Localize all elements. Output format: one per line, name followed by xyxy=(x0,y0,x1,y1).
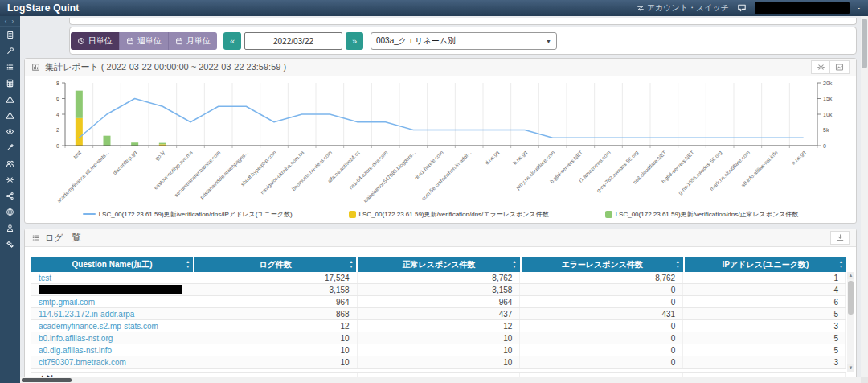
legend-item-1[interactable]: LSC_00(172.23.61.59)更新/verification/dns/… xyxy=(83,210,293,219)
sidebar-item-users-9[interactable] xyxy=(0,155,20,171)
month-unit-button[interactable]: 月単位 xyxy=(168,32,217,50)
column-header-label: ログ件数 xyxy=(260,259,292,270)
svg-text:d.ns.gq: d.ns.gq xyxy=(484,149,501,166)
cell-ip-count: 5 xyxy=(683,308,846,319)
column-header-3[interactable]: 正常レスポンス件数▴▾ xyxy=(356,257,519,272)
chart-icon xyxy=(31,63,40,72)
cell-ip-count: 3 xyxy=(683,320,846,332)
download-csv-button[interactable] xyxy=(830,231,850,245)
calendar-month-icon xyxy=(175,37,183,45)
question-name-link[interactable]: smtp.gmail.com xyxy=(39,298,95,307)
eye-icon xyxy=(6,127,14,136)
column-header-4[interactable]: エラーレスポンス件数▴▾ xyxy=(520,257,683,272)
date-input[interactable]: 2022/03/22 xyxy=(244,32,342,50)
cell-ok-count: 10 xyxy=(358,344,521,356)
cell-err-count: 431 xyxy=(520,308,683,319)
day-unit-button[interactable]: 日単位 xyxy=(71,32,119,50)
legend-item-3[interactable]: LSC_00(172.23.61.59)更新/verification/dns/… xyxy=(605,210,799,219)
sidebar-item-screwdriver-8[interactable] xyxy=(0,139,20,155)
legend-item-2[interactable]: LSC_00(172.23.61.59)更新/verification/dns/… xyxy=(349,210,549,219)
calculator-icon xyxy=(6,79,14,88)
table-row-2: 3,1583,15804 xyxy=(31,284,846,296)
question-name-link[interactable]: test xyxy=(39,274,51,282)
cell-ok-count: 10 xyxy=(358,356,521,368)
sidebar-item-calculator-4[interactable] xyxy=(0,75,20,91)
unit-button-group: 日単位 週単位 月単位 xyxy=(71,32,217,50)
svg-text:6: 6 xyxy=(56,96,59,101)
svg-text:isabelsimon547985.bloggers...: isabelsimon547985.bloggers... xyxy=(362,150,417,204)
cell-ip-count: 4 xyxy=(683,284,846,295)
week-unit-label: 週単位 xyxy=(137,35,162,47)
column-header-label: エラーレスポンス件数 xyxy=(561,259,643,270)
report-select[interactable]: 003a_クエリネーム別 ▼ xyxy=(371,32,557,50)
log-table-header-row: Question Name(加工)▴▾ログ件数▴▾正常レスポンス件数▴▾エラーレ… xyxy=(31,257,846,272)
page-horizontal-scrollbar xyxy=(20,377,861,383)
sidebar-item-user-13[interactable] xyxy=(0,220,20,236)
table-scroll-down-arrow[interactable]: ▼ xyxy=(847,364,854,372)
legend-square-marker xyxy=(349,211,356,218)
svg-text:go.ly: go.ly xyxy=(154,149,166,162)
table-scroll-up-arrow[interactable]: ▲ xyxy=(847,272,854,279)
column-header-label: Question Name(加工) xyxy=(72,259,153,270)
table-row-8: cit750307.bmetrack.com101003 xyxy=(31,356,846,369)
sidebar-item-list-3[interactable] xyxy=(0,59,20,75)
table-row-1: test17,5248,7628,7621 xyxy=(31,272,846,284)
chart-export-button[interactable] xyxy=(830,60,850,74)
cell-ok-count: 3,158 xyxy=(358,284,521,295)
sidebar-item-alert-triangle-5[interactable] xyxy=(0,91,20,107)
sidebar-item-cogs-14[interactable] xyxy=(0,236,20,252)
sort-icon: ▴▾ xyxy=(186,259,189,269)
question-name-link[interactable]: academyfinance.s2.mp-stats.com xyxy=(39,322,158,331)
cell-question-name: 114.61.23.172.in-addr.arpa xyxy=(31,308,194,319)
sidebar-collapse-toggle[interactable]: ‹ › xyxy=(0,16,20,27)
app-title: LogStare Quint xyxy=(0,2,79,14)
week-unit-button[interactable]: 週単位 xyxy=(119,32,168,50)
sidebar-item-globe-12[interactable] xyxy=(0,204,20,220)
page-hscrollbar-thumb[interactable] xyxy=(22,378,72,382)
sidebar-item-alert-triangle-6[interactable] xyxy=(0,107,20,123)
column-header-5[interactable]: IPアドレス(ユニーク数)▴▾ xyxy=(683,257,846,272)
sidebar-item-wrench-2[interactable] xyxy=(0,43,20,59)
sidebar-item-nodes-11[interactable] xyxy=(0,187,20,204)
table-scrollbar-thumb[interactable] xyxy=(848,281,854,315)
svg-text:0: 0 xyxy=(823,143,826,149)
account-switch-button[interactable]: アカウント・スイッチ xyxy=(637,2,729,14)
wrench-icon xyxy=(6,47,14,56)
user-icon xyxy=(6,224,14,233)
next-date-button[interactable]: » xyxy=(346,32,363,50)
legend-label: LSC_00(172.23.61.59)更新/verification/dns/… xyxy=(359,210,549,219)
cell-question-name: a0.dig.afilias-nst.info xyxy=(31,344,194,356)
cogs-icon xyxy=(6,240,14,249)
topbar-right: アカウント・スイッチ - xyxy=(637,2,868,14)
sort-icon: ▴▾ xyxy=(677,259,679,269)
sidebar-item-eye-7[interactable] xyxy=(0,123,20,139)
legend-line-marker xyxy=(83,213,96,215)
image-export-icon xyxy=(835,63,844,72)
question-name-link[interactable]: b0.info.afilias-nst.org xyxy=(39,334,113,343)
svg-text:discordtop.gq: discordtop.gq xyxy=(112,149,139,176)
svg-text:com.5e-crshunshen.in-addr...: com.5e-crshunshen.in-addr... xyxy=(420,150,473,202)
cell-err-count: 0 xyxy=(520,296,683,307)
prev-date-button[interactable]: « xyxy=(223,32,241,50)
question-name-link[interactable]: cit750307.bmetrack.com xyxy=(39,358,126,367)
svg-text:a.ns.gq: a.ns.gq xyxy=(790,149,807,166)
question-name-link[interactable]: a0.dig.afilias-nst.info xyxy=(39,346,112,355)
chat-icon[interactable] xyxy=(737,3,747,13)
cell-question-name: academyfinance.s2.mp-stats.com xyxy=(31,320,194,332)
column-header-2[interactable]: ログ件数▴▾ xyxy=(193,257,356,272)
sidebar-item-document-1[interactable] xyxy=(0,27,20,43)
chart-settings-button[interactable] xyxy=(811,60,830,74)
chart-panel-header: 集計レポート ( 2022-03-22 00:00:00 ~ 2022-03-2… xyxy=(25,59,856,76)
column-header-1[interactable]: Question Name(加工)▴▾ xyxy=(31,257,193,272)
account-switch-label: アカウント・スイッチ xyxy=(647,2,729,14)
screwdriver-icon xyxy=(6,143,14,152)
svg-text:20k: 20k xyxy=(823,80,833,86)
gear-icon xyxy=(6,175,14,184)
svg-text:b.ns.gq: b.ns.gq xyxy=(512,149,529,166)
topbar: LogStare Quint アカウント・スイッチ - xyxy=(0,0,868,16)
page-vscrollbar-thumb[interactable] xyxy=(862,19,867,68)
question-name-link[interactable]: 114.61.23.172.in-addr.arpa xyxy=(39,310,134,319)
sidebar-item-gear-10[interactable] xyxy=(0,171,20,187)
cell-log-count: 3,158 xyxy=(194,284,358,295)
redacted-username xyxy=(755,2,850,14)
